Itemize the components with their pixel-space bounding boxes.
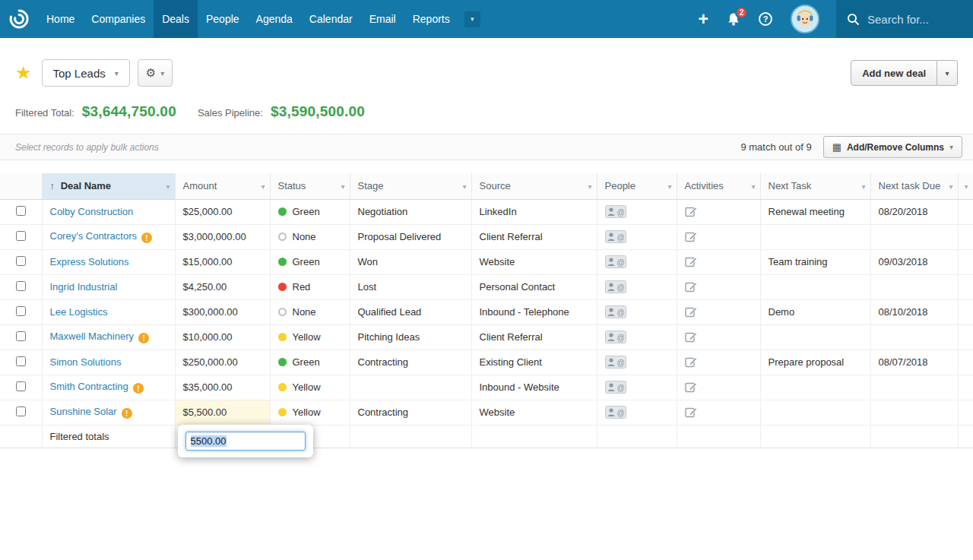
status-cell[interactable]: Yellow: [270, 375, 350, 400]
nav-more-caret[interactable]: ▾: [464, 11, 480, 27]
source-cell[interactable]: Website: [471, 249, 597, 274]
row-checkbox[interactable]: [16, 331, 26, 341]
next-task-due-cell[interactable]: 08/10/2018: [870, 299, 958, 324]
edit-activity-icon[interactable]: [685, 381, 698, 394]
app-logo-icon[interactable]: [0, 0, 38, 38]
status-cell[interactable]: Yellow: [270, 324, 350, 350]
people-icon[interactable]: @: [605, 230, 626, 243]
status-cell[interactable]: Red: [270, 274, 350, 299]
deal-link[interactable]: Simon Solutions: [50, 356, 122, 368]
row-checkbox[interactable]: [16, 281, 26, 291]
status-cell[interactable]: None: [270, 224, 350, 249]
nav-item-calendar[interactable]: Calendar: [301, 0, 361, 38]
stage-cell[interactable]: Qualified Lead: [350, 299, 471, 324]
column-header-deal-name[interactable]: ↑ Deal Name ▾: [42, 173, 175, 199]
view-settings-button[interactable]: ⚙ ▾: [138, 59, 173, 87]
column-header-activities[interactable]: Activities ▾: [677, 173, 760, 199]
source-cell[interactable]: Client Referral: [471, 224, 597, 249]
status-cell[interactable]: Yellow: [270, 400, 350, 425]
edit-activity-icon[interactable]: [685, 331, 698, 343]
next-task-due-cell[interactable]: [870, 375, 958, 400]
row-checkbox[interactable]: [16, 231, 26, 241]
status-cell[interactable]: Green: [270, 249, 350, 274]
people-icon[interactable]: @: [605, 406, 626, 419]
column-menu-caret[interactable]: ▾: [261, 182, 265, 190]
edit-activity-icon[interactable]: [685, 255, 698, 268]
next-task-due-cell[interactable]: 08/20/2018: [870, 199, 958, 224]
warning-icon[interactable]: !: [138, 333, 149, 343]
row-checkbox[interactable]: [16, 356, 26, 366]
source-cell[interactable]: LinkedIn: [471, 199, 597, 224]
column-menu-caret[interactable]: ▾: [462, 182, 466, 190]
column-menu-caret[interactable]: ▾: [949, 182, 952, 190]
column-header-next-task[interactable]: Next Task ▾: [760, 173, 870, 199]
next-task-cell[interactable]: Team training: [760, 249, 870, 274]
source-cell[interactable]: Client Referral: [471, 324, 597, 350]
column-menu-caret[interactable]: ▾: [588, 182, 591, 190]
add-remove-columns-button[interactable]: ▦ Add/Remove Columns ▾: [823, 136, 962, 158]
next-task-due-cell[interactable]: [870, 274, 958, 299]
column-menu-caret[interactable]: ▾: [667, 182, 671, 190]
row-checkbox[interactable]: [16, 306, 26, 316]
amount-cell[interactable]: $25,000.00: [175, 199, 270, 224]
next-task-cell[interactable]: [760, 274, 870, 299]
column-menu-caret[interactable]: ▾: [751, 182, 755, 190]
deal-link[interactable]: Corey's Contractors: [50, 230, 137, 242]
people-icon[interactable]: @: [605, 205, 626, 218]
column-header-next-task-due[interactable]: Next task Due ▾: [870, 173, 958, 199]
next-task-cell[interactable]: [760, 375, 870, 400]
stage-cell[interactable]: Contracting: [350, 400, 471, 425]
next-task-cell[interactable]: [760, 224, 870, 249]
status-cell[interactable]: Green: [270, 199, 350, 224]
next-task-cell[interactable]: Demo: [760, 299, 870, 324]
status-cell[interactable]: Green: [270, 350, 350, 375]
column-menu-caret[interactable]: ▾: [341, 182, 344, 190]
column-menu-caret[interactable]: ▾: [861, 182, 865, 190]
edit-activity-icon[interactable]: [685, 230, 698, 243]
quick-add-button[interactable]: +: [699, 11, 708, 28]
stage-cell[interactable]: Contracting: [350, 350, 471, 375]
row-checkbox[interactable]: [16, 206, 26, 216]
amount-edit-input[interactable]: 5500.00: [185, 432, 306, 451]
favorite-star-icon[interactable]: ★: [15, 64, 32, 82]
source-cell[interactable]: Personal Contact: [471, 274, 597, 299]
source-cell[interactable]: Website: [471, 400, 597, 425]
row-checkbox[interactable]: [16, 256, 26, 266]
next-task-due-cell[interactable]: [870, 400, 958, 425]
deal-link[interactable]: Colby Construction: [50, 206, 134, 217]
stage-cell[interactable]: Lost: [350, 274, 471, 299]
stage-cell[interactable]: Won: [350, 249, 471, 274]
people-icon[interactable]: @: [605, 331, 626, 343]
row-checkbox[interactable]: [16, 381, 26, 391]
edit-activity-icon[interactable]: [685, 406, 698, 419]
search-input[interactable]: Search for...: [836, 0, 973, 38]
nav-item-companies[interactable]: Companies: [83, 0, 154, 38]
amount-cell[interactable]: $3,000,000.00: [175, 224, 270, 249]
column-header-status[interactable]: Status ▾: [270, 173, 350, 199]
source-cell[interactable]: Inbound - Website: [471, 375, 597, 400]
edit-activity-icon[interactable]: [685, 280, 698, 293]
warning-icon[interactable]: !: [122, 408, 132, 419]
next-task-due-cell[interactable]: 08/07/2018: [870, 350, 958, 375]
status-cell[interactable]: None: [270, 299, 350, 324]
stage-cell[interactable]: Pitching Ideas: [350, 324, 471, 350]
people-icon[interactable]: @: [605, 381, 626, 394]
amount-cell[interactable]: $35,000.00: [175, 375, 270, 400]
next-task-cell[interactable]: Renewal meeting: [760, 199, 870, 224]
next-task-cell[interactable]: Prepare proposal: [760, 350, 870, 375]
source-cell[interactable]: Inbound - Telephone: [471, 299, 597, 324]
column-header-source[interactable]: Source ▾: [471, 173, 597, 199]
deal-link[interactable]: Express Solutions: [50, 256, 129, 267]
stage-cell[interactable]: [350, 375, 471, 400]
deal-link[interactable]: Ingrid Industrial: [50, 281, 118, 293]
nav-item-home[interactable]: Home: [38, 0, 83, 38]
column-header-stage[interactable]: Stage ▾: [350, 173, 471, 199]
edit-activity-icon[interactable]: [685, 305, 698, 318]
nav-item-email[interactable]: Email: [361, 0, 404, 38]
help-button[interactable]: ?: [759, 12, 772, 26]
add-new-deal-button[interactable]: Add new deal: [851, 60, 937, 86]
column-menu-caret[interactable]: ▾: [964, 182, 968, 190]
nav-item-agenda[interactable]: Agenda: [248, 0, 301, 38]
next-task-due-cell[interactable]: 09/03/2018: [870, 249, 958, 274]
deal-link[interactable]: Lee Logistics: [50, 306, 108, 318]
